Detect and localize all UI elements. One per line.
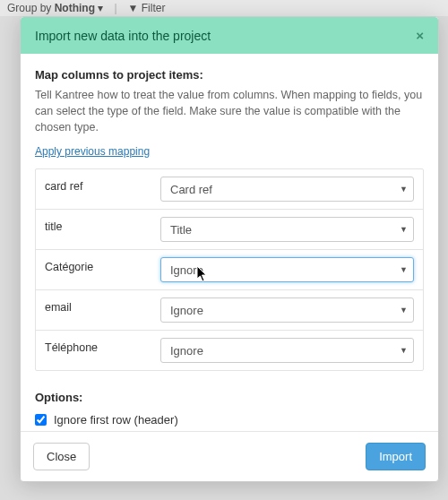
- import-button[interactable]: Import: [366, 443, 426, 470]
- mapping-table: card ref Card ref ▼ title Title ▼: [35, 168, 424, 371]
- map-row-card-ref: card ref Card ref ▼: [36, 169, 423, 210]
- close-icon[interactable]: ×: [416, 28, 424, 43]
- map-help-text: Tell Kantree how to treat the value from…: [35, 87, 424, 135]
- chevron-down-icon: ▼: [400, 225, 408, 234]
- map-label: Téléphone: [36, 331, 157, 370]
- map-row-title: title Title ▼: [36, 210, 423, 250]
- import-modal: Import new data into the project × Map c…: [20, 16, 439, 482]
- select-value: Title: [170, 223, 192, 237]
- select-value: Card ref: [170, 183, 212, 196]
- map-select-categorie[interactable]: Ignore ▼: [160, 257, 414, 282]
- select-value: Ignore: [170, 304, 203, 317]
- chevron-down-icon: ▼: [400, 346, 408, 355]
- map-row-categorie: Catégorie Ignore ▼: [36, 250, 423, 290]
- modal-body: Map columns to project items: Tell Kantr…: [21, 54, 438, 431]
- map-select-title[interactable]: Title ▼: [160, 217, 414, 242]
- map-row-telephone: Téléphone Ignore ▼: [36, 331, 423, 370]
- select-value: Ignore: [170, 263, 203, 277]
- option-ignore-header[interactable]: Ignore first row (header): [35, 413, 424, 427]
- chevron-down-icon: ▼: [400, 185, 408, 194]
- modal-title: Import new data into the project: [35, 29, 211, 43]
- modal-footer: Close Import: [21, 431, 438, 481]
- select-value: Ignore: [170, 344, 203, 358]
- chevron-down-icon: ▼: [400, 265, 408, 274]
- map-select-email[interactable]: Ignore ▼: [160, 297, 414, 323]
- modal-header: Import new data into the project ×: [21, 17, 438, 54]
- map-label: title: [36, 210, 157, 249]
- map-label: Catégorie: [36, 250, 157, 289]
- options-heading: Options:: [35, 391, 424, 404]
- map-section-heading: Map columns to project items:: [35, 68, 424, 82]
- map-row-email: email Ignore ▼: [36, 290, 423, 331]
- ignore-header-label: Ignore first row (header): [54, 413, 178, 427]
- map-label: email: [36, 290, 157, 330]
- map-select-telephone[interactable]: Ignore ▼: [160, 338, 414, 363]
- options-block: Options: Ignore first row (header) Updat…: [35, 391, 424, 431]
- map-select-card-ref[interactable]: Card ref ▼: [160, 177, 414, 202]
- ignore-header-checkbox[interactable]: [35, 414, 47, 426]
- map-label: card ref: [36, 169, 157, 209]
- close-button[interactable]: Close: [33, 443, 90, 470]
- apply-previous-mapping-link[interactable]: Apply previous mapping: [35, 145, 150, 158]
- chevron-down-icon: ▼: [400, 306, 408, 315]
